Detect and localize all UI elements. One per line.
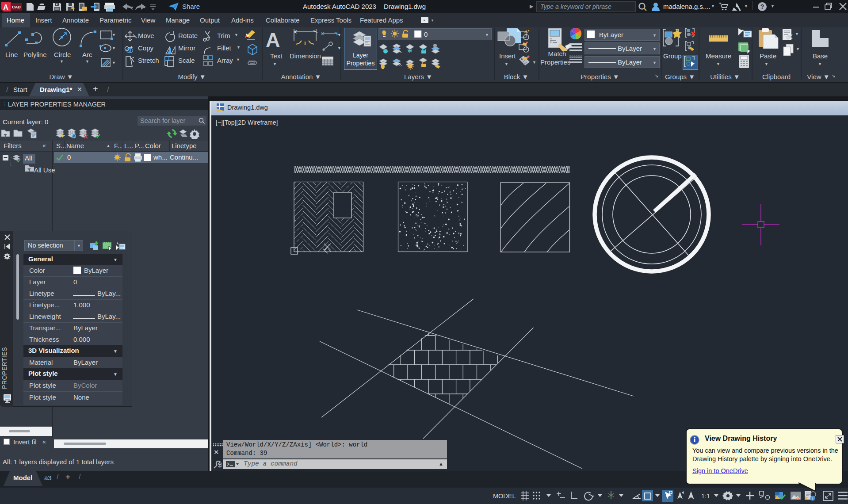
svg-text:▼: ▼ [112, 46, 116, 50]
svg-text:CAD: CAD [12, 5, 21, 9]
svg-text:i: i [812, 496, 813, 500]
svg-text:!: ! [797, 497, 798, 500]
svg-text:?: ? [760, 3, 764, 10]
svg-text:▼: ▼ [112, 33, 116, 37]
svg-text:MODEL: MODEL [493, 493, 516, 500]
svg-text:1:1: 1:1 [701, 493, 710, 500]
svg-text:A: A [3, 4, 8, 11]
svg-text:▼: ▼ [112, 61, 116, 65]
